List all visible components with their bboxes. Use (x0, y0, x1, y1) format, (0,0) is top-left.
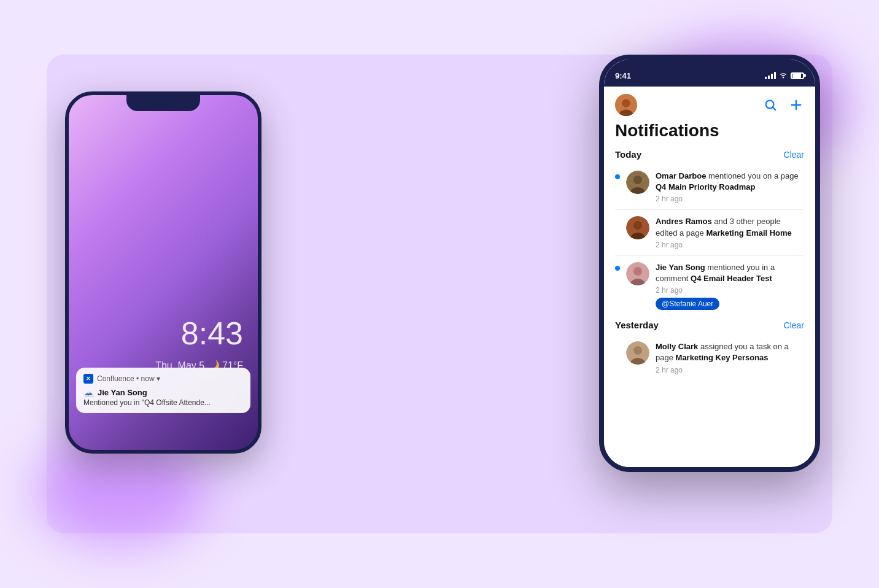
signal-icon (765, 72, 776, 79)
unread-dot-3 (615, 266, 620, 271)
search-button[interactable] (762, 97, 778, 113)
unread-dot (615, 174, 620, 179)
phone-content: Notifications Today Clear (604, 87, 815, 467)
avatar-andres (626, 216, 649, 239)
page-title: Notifications (604, 121, 815, 149)
user-avatar[interactable] (615, 94, 637, 116)
svg-point-8 (633, 176, 642, 184)
notification-time-4: 2 hr ago (656, 366, 804, 374)
phone-topbar (604, 87, 815, 121)
confluence-icon: ✕ (83, 374, 93, 384)
notification-body-1: Omar Darboe mentioned you on a page Q4 M… (656, 171, 804, 203)
notif-emoji: 🗻 (83, 387, 94, 397)
today-label: Today (615, 149, 641, 160)
notif-app-name: Confluence • now ▾ (97, 374, 243, 383)
wifi-icon (779, 71, 788, 80)
phone-front: 9:41 (599, 55, 820, 472)
yesterday-clear-button[interactable]: Clear (784, 320, 804, 330)
notification-item-2[interactable]: Andres Ramos and 3 other people edited a… (615, 210, 804, 255)
section-header-today: Today Clear (604, 149, 815, 164)
notification-text-2: Andres Ramos and 3 other people edited a… (656, 216, 804, 238)
notif-card-text: Mentioned you in "Q4 Offsite Attende... (83, 398, 243, 407)
notification-item-3[interactable]: Jie Yan Song mentioned you in a comment … (615, 256, 804, 316)
topbar-actions (762, 97, 804, 113)
notif-card-header: ✕ Confluence • now ▾ (83, 374, 243, 384)
section-header-yesterday: Yesterday Clear (604, 320, 815, 335)
notification-body-2: Andres Ramos and 3 other people edited a… (656, 216, 804, 249)
svg-point-11 (633, 221, 642, 230)
notification-time-2: 2 hr ago (656, 241, 804, 249)
back-phone-time: 8:43 (181, 315, 243, 352)
svg-point-17 (633, 346, 642, 355)
background-container: 8:43 Thu, May 5 🌙 71°F ✕ Confluence • no… (47, 55, 832, 533)
avatar-omar (626, 171, 649, 194)
yesterday-label: Yesterday (615, 320, 659, 330)
svg-line-4 (773, 107, 775, 110)
lock-screen-notification[interactable]: ✕ Confluence • now ▾ 🗻 Jie Yan Song Ment… (76, 368, 250, 413)
today-clear-button[interactable]: Clear (784, 150, 804, 160)
notification-item-4[interactable]: Molly Clark assigned you a task on a pag… (615, 335, 804, 380)
status-time: 9:41 (615, 71, 631, 80)
mention-tag[interactable]: @Stefanie Auer (656, 298, 719, 310)
avatar-molly (626, 341, 649, 365)
phone-back: 8:43 Thu, May 5 🌙 71°F ✕ Confluence • no… (65, 91, 261, 454)
back-phone-notch (126, 95, 200, 111)
notification-item-1[interactable]: Omar Darboe mentioned you on a page Q4 M… (615, 164, 804, 210)
notification-body-4: Molly Clark assigned you a task on a pag… (656, 341, 804, 374)
today-notifications: Omar Darboe mentioned you on a page Q4 M… (604, 164, 815, 316)
notif-card-row: 🗻 Jie Yan Song (83, 387, 243, 397)
confluence-icon-letter: ✕ (86, 376, 91, 382)
notification-time-3: 2 hr ago (656, 286, 804, 295)
svg-point-14 (633, 267, 642, 276)
notification-text-4: Molly Clark assigned you a task on a pag… (656, 341, 804, 363)
notification-text-1: Omar Darboe mentioned you on a page Q4 M… (656, 171, 804, 193)
notification-time-1: 2 hr ago (656, 195, 804, 203)
status-bar: 9:41 (604, 60, 815, 87)
notification-text-3: Jie Yan Song mentioned you in a comment … (656, 262, 804, 284)
yesterday-notifications: Molly Clark assigned you a task on a pag… (604, 335, 815, 380)
battery-icon (791, 72, 804, 79)
notification-body-3: Jie Yan Song mentioned you in a comment … (656, 262, 804, 310)
notif-chevron: ▾ (157, 374, 160, 383)
add-button[interactable] (788, 97, 804, 113)
notif-card-user: Jie Yan Song (98, 388, 147, 397)
svg-point-1 (622, 99, 630, 107)
avatar-jie (626, 262, 649, 285)
status-icons (765, 71, 804, 80)
